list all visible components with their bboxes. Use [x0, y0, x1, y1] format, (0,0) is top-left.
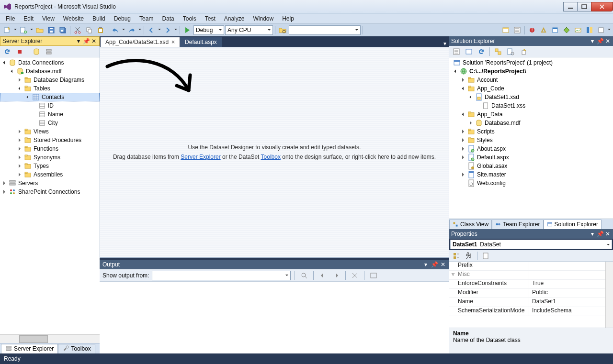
sol-properties-button[interactable]: [451, 46, 462, 57]
find-in-files-button[interactable]: [277, 25, 288, 35]
tree-column-id[interactable]: ID: [0, 101, 100, 110]
connect-server-button[interactable]: [44, 46, 54, 57]
new-project-button[interactable]: [2, 25, 12, 35]
open-file-button[interactable]: [34, 25, 45, 35]
close-button[interactable]: [591, 2, 613, 11]
menu-test[interactable]: Test: [201, 14, 219, 23]
server-explorer-tree[interactable]: Data Connections Database.mdf Database D…: [0, 57, 100, 334]
prop-name[interactable]: NameDataSet1: [449, 298, 605, 307]
nav-fwd-drop[interactable]: [174, 25, 178, 35]
close-panel-icon[interactable]: ✕: [91, 38, 97, 44]
sol-about-aspx[interactable]: About.aspx: [449, 144, 613, 153]
sol-default-aspx[interactable]: Default.aspx: [449, 153, 613, 162]
redo-drop[interactable]: [138, 25, 142, 35]
tree-table-contacts[interactable]: Contacts: [0, 93, 100, 101]
connect-db-button[interactable]: [31, 46, 42, 57]
sol-pin-icon[interactable]: 📌: [597, 38, 603, 44]
tb-icon-2[interactable]: [512, 25, 522, 35]
nav-back-drop[interactable]: [158, 25, 161, 35]
find-combo[interactable]: [289, 25, 361, 35]
sol-database-mdf[interactable]: Database.mdf: [449, 119, 613, 127]
horizontal-scrollbar[interactable]: [0, 334, 100, 343]
pin-icon[interactable]: 📌: [83, 38, 90, 44]
menu-analyze[interactable]: Analyze: [220, 14, 249, 23]
tree-types[interactable]: Types: [0, 162, 100, 170]
sol-styles[interactable]: Styles: [449, 136, 613, 144]
tree-db-diagrams[interactable]: Database Diagrams: [0, 76, 100, 84]
sol-dataset-xss[interactable]: DataSet1.xss: [449, 101, 613, 110]
panel-dropdown-icon[interactable]: ▾: [75, 38, 82, 44]
redo-button[interactable]: [126, 25, 137, 35]
stop-refresh-button[interactable]: [14, 46, 25, 57]
properties-grid[interactable]: Prefix ▿Misc EnforceConstraintsTrue Modi…: [449, 262, 605, 328]
properties-object-combo[interactable]: DataSet1 DataSet: [450, 240, 612, 249]
tree-functions[interactable]: Functions: [0, 144, 100, 153]
sol-nest-button[interactable]: [493, 46, 503, 57]
start-button[interactable]: [182, 25, 193, 35]
menu-tools[interactable]: Tools: [179, 14, 200, 23]
add-item-drop[interactable]: [30, 25, 34, 35]
output-pin-icon[interactable]: 📌: [431, 261, 438, 268]
menu-website[interactable]: Website: [59, 14, 88, 23]
sol-copy-button[interactable]: [518, 46, 528, 57]
output-next-button[interactable]: [331, 270, 341, 281]
tb-icon-7[interactable]: [573, 25, 583, 35]
link-toolbox[interactable]: Toolbox: [261, 154, 281, 160]
sol-refresh-button[interactable]: [476, 46, 487, 57]
prop-ssm[interactable]: SchemaSerializationModeIncludeSchema: [449, 307, 605, 316]
tree-sprocs[interactable]: Stored Procedures: [0, 136, 100, 144]
props-close-icon[interactable]: ✕: [604, 231, 611, 237]
tree-views[interactable]: Views: [0, 127, 100, 136]
output-source-combo[interactable]: [152, 271, 291, 280]
sol-config-button[interactable]: [505, 46, 516, 57]
output-body[interactable]: [100, 282, 449, 353]
props-pin-icon[interactable]: 📌: [597, 231, 603, 237]
undo-drop[interactable]: [122, 25, 125, 35]
output-close-icon[interactable]: ✕: [440, 261, 446, 268]
prop-modifier[interactable]: ModifierPublic: [449, 289, 605, 298]
menu-debug[interactable]: Debug: [110, 14, 135, 23]
sol-appdata[interactable]: App_Data: [449, 110, 613, 119]
tree-data-connections[interactable]: Data Connections: [0, 58, 100, 67]
server-explorer-header[interactable]: Server Explorer ▾ 📌 ✕: [0, 36, 100, 46]
undo-button[interactable]: [110, 25, 121, 35]
tb-icon-5[interactable]: [550, 25, 560, 35]
tree-column-name[interactable]: Name: [0, 110, 100, 119]
tree-column-city[interactable]: City: [0, 119, 100, 127]
sol-dataset-xsd[interactable]: DataSet1.xsd: [449, 93, 613, 101]
output-header[interactable]: Output ▾ 📌 ✕: [100, 260, 449, 269]
sol-appcode[interactable]: App_Code: [449, 84, 613, 93]
props-drop-icon[interactable]: ▾: [589, 231, 596, 237]
tab-class-view[interactable]: Class View: [449, 220, 492, 229]
props-pages-button[interactable]: [480, 251, 491, 261]
sol-account[interactable]: Account: [449, 76, 613, 84]
tree-servers[interactable]: Servers: [0, 179, 100, 188]
tb-icon-4[interactable]: [538, 25, 549, 35]
cut-button[interactable]: [72, 25, 83, 35]
platform-combo[interactable]: Any CPU: [225, 25, 273, 35]
output-clear-button[interactable]: [350, 270, 360, 281]
tab-team-explorer[interactable]: Team Explorer: [492, 220, 543, 229]
props-alphabetical-button[interactable]: AZ: [464, 251, 474, 261]
menu-help[interactable]: Help: [278, 14, 298, 23]
tree-tables[interactable]: Tables: [0, 84, 100, 93]
menu-build[interactable]: Build: [89, 14, 109, 23]
tab-solution-explorer[interactable]: Solution Explorer: [544, 220, 602, 229]
properties-header[interactable]: Properties ▾ 📌 ✕: [449, 229, 613, 239]
tree-assemblies[interactable]: Assemblies: [0, 170, 100, 179]
output-dropdown-icon[interactable]: ▾: [422, 261, 429, 268]
new-project-drop[interactable]: [13, 25, 17, 35]
save-all-button[interactable]: [57, 25, 68, 35]
tab-close-icon[interactable]: ×: [171, 39, 175, 45]
prop-prefix[interactable]: Prefix: [449, 262, 605, 271]
output-prev-button[interactable]: [318, 270, 328, 281]
tb-icon-6[interactable]: [561, 25, 572, 35]
properties-scrollbar[interactable]: [605, 262, 613, 328]
refresh-button[interactable]: [2, 46, 12, 57]
menu-team[interactable]: Team: [136, 14, 157, 23]
minimize-button[interactable]: [563, 2, 578, 11]
solution-tree[interactable]: Solution 'ReportsProject' (1 project) C:…: [449, 57, 613, 219]
menu-view[interactable]: View: [38, 14, 58, 23]
nav-fwd-button[interactable]: [162, 25, 173, 35]
prop-cat-misc[interactable]: ▿Misc: [449, 271, 605, 280]
